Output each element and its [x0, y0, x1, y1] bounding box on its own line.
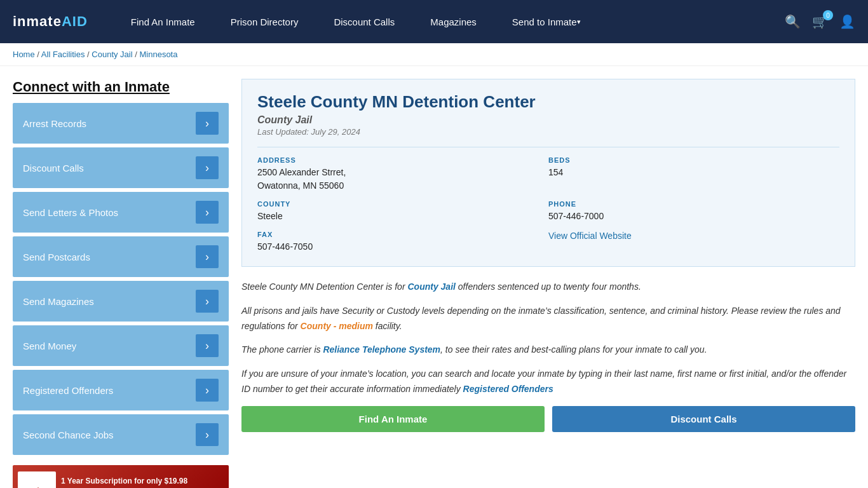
- discount-calls-button[interactable]: Discount Calls: [552, 406, 855, 432]
- sidebar-btn-send-magazines[interactable]: Send Magazines ›: [13, 281, 229, 322]
- sidebar-btn-send-letters[interactable]: Send Letters & Photos ›: [13, 192, 229, 233]
- fax-label: FAX: [257, 231, 536, 238]
- cart-badge: 0: [823, 10, 833, 20]
- main-nav: Find An Inmate Prison Directory Discount…: [113, 0, 785, 43]
- facility-detail: Steele County MN Detention Center County…: [241, 79, 855, 488]
- website-cell: View Official Website: [548, 231, 839, 254]
- county-jail-link[interactable]: County Jail: [407, 281, 455, 292]
- phone-cell: PHONE 507-446-7000: [548, 200, 839, 223]
- facility-name: Steele County MN Detention Center: [257, 92, 839, 112]
- find-inmate-button[interactable]: Find An Inmate: [241, 406, 545, 432]
- breadcrumb-home[interactable]: Home: [13, 50, 35, 59]
- arrow-icon: ›: [196, 290, 219, 313]
- ad-logo: Reader'sDigest: [18, 471, 56, 488]
- main-layout: Connect with an Inmate Arrest Records › …: [0, 66, 868, 488]
- county-medium-link[interactable]: County - medium: [301, 321, 373, 331]
- user-icon[interactable]: 👤: [839, 14, 855, 29]
- arrow-icon: ›: [196, 245, 219, 268]
- beds-cell: BEDS 154: [548, 156, 839, 193]
- beds-value: 154: [548, 166, 827, 179]
- county-label: COUNTY: [257, 200, 536, 208]
- phone-value: 507-446-7000: [548, 210, 827, 223]
- county-cell: COUNTY Steele: [257, 200, 548, 223]
- arrow-icon: ›: [196, 156, 219, 179]
- nav-send-to-inmate[interactable]: Send to Inmate: [494, 0, 599, 43]
- breadcrumb-all-facilities[interactable]: All Facilities: [41, 50, 85, 59]
- site-header: inmateAID Find An Inmate Prison Director…: [0, 0, 868, 43]
- logo[interactable]: inmateAID: [13, 13, 88, 30]
- breadcrumb-minnesota[interactable]: Minnesota: [139, 50, 177, 59]
- facility-header-box: Steele County MN Detention Center County…: [241, 79, 855, 267]
- nav-magazines[interactable]: Magazines: [412, 0, 494, 43]
- cart-icon[interactable]: 🛒 0: [812, 14, 828, 29]
- facility-info-grid: ADDRESS 2500 Alexander Strret, Owatonna,…: [257, 147, 839, 254]
- breadcrumb: Home / All Facilities / County Jail / Mi…: [0, 43, 868, 66]
- sidebar-advertisement[interactable]: Reader'sDigest 1 Year Subscription for o…: [13, 465, 229, 488]
- facility-type: County Jail: [257, 114, 839, 126]
- view-official-website-link[interactable]: View Official Website: [548, 231, 632, 241]
- arrow-icon: ›: [196, 379, 219, 402]
- facility-last-updated: Last Updated: July 29, 2024: [257, 127, 839, 137]
- registered-offenders-link[interactable]: Registered Offenders: [463, 384, 553, 394]
- sidebar: Connect with an Inmate Arrest Records › …: [13, 79, 229, 488]
- phone-label: PHONE: [548, 200, 827, 208]
- sidebar-btn-discount-calls[interactable]: Discount Calls ›: [13, 147, 229, 188]
- nav-find-inmate[interactable]: Find An Inmate: [113, 0, 213, 43]
- county-value: Steele: [257, 210, 536, 223]
- address-cell: ADDRESS 2500 Alexander Strret, Owatonna,…: [257, 156, 548, 193]
- nav-discount-calls[interactable]: Discount Calls: [316, 0, 412, 43]
- breadcrumb-county-jail[interactable]: County Jail: [92, 50, 132, 59]
- fax-cell: FAX 507-446-7050: [257, 231, 548, 254]
- nav-prison-directory[interactable]: Prison Directory: [213, 0, 316, 43]
- bottom-action-buttons: Find An Inmate Discount Calls: [241, 406, 855, 432]
- address-label: ADDRESS: [257, 156, 536, 164]
- header-icons: 🔍 🛒 0 👤: [785, 14, 855, 29]
- arrow-icon: ›: [196, 201, 219, 224]
- beds-label: BEDS: [548, 156, 827, 164]
- sidebar-btn-arrest-records[interactable]: Arrest Records ›: [13, 103, 229, 144]
- arrow-icon: ›: [196, 334, 219, 357]
- sidebar-btn-send-money[interactable]: Send Money ›: [13, 325, 229, 366]
- facility-description: Steele County MN Detention Center is for…: [241, 280, 855, 397]
- arrow-icon: ›: [196, 423, 219, 446]
- sidebar-btn-registered-offenders[interactable]: Registered Offenders ›: [13, 370, 229, 410]
- sidebar-btn-second-chance-jobs[interactable]: Second Chance Jobs ›: [13, 414, 229, 455]
- reliance-telephone-link[interactable]: Reliance Telephone System: [323, 344, 440, 355]
- fax-value: 507-446-7050: [257, 240, 536, 254]
- arrow-icon: ›: [196, 112, 219, 135]
- search-icon[interactable]: 🔍: [785, 14, 801, 29]
- sidebar-btn-send-postcards[interactable]: Send Postcards ›: [13, 236, 229, 277]
- address-value: 2500 Alexander Strret, Owatonna, MN 5506…: [257, 166, 536, 193]
- sidebar-title: Connect with an Inmate: [13, 79, 229, 95]
